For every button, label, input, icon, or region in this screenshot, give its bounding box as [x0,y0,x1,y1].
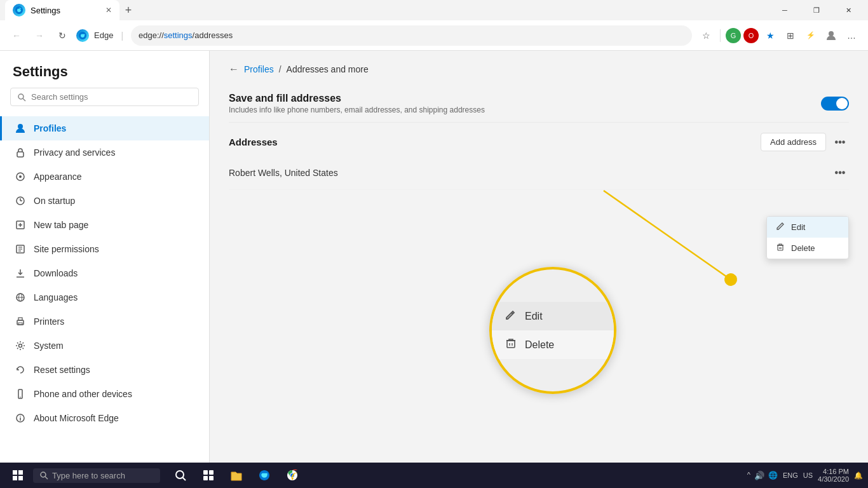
edge-logo [76,29,89,42]
sidebar-item-onstartup[interactable]: On startup [0,189,209,213]
appearance-icon [15,171,26,182]
svg-line-2 [23,98,25,101]
phone-icon [15,388,26,400]
sidebar-item-system[interactable]: System [0,334,209,358]
sidebar-item-privacy[interactable]: Privacy and services [0,140,209,165]
close-button[interactable]: ✕ [834,0,863,20]
profile-button[interactable] [822,27,840,44]
breadcrumb-back-button[interactable]: ← [229,64,239,75]
forward-button[interactable]: → [31,27,48,44]
taskbar-chevron-icon[interactable]: ^ [747,471,750,480]
taskbar-date-display: 4/30/2020 [818,475,849,483]
languages-icon [15,292,26,303]
taskbar-chrome-app[interactable] [280,463,305,488]
new-tab-button[interactable]: + [119,1,137,19]
address-more-button[interactable]: ••• [831,164,849,182]
maximize-button[interactable]: ❒ [802,0,831,20]
address-text: Robert Wells, United States [229,168,338,178]
svg-rect-49 [209,470,214,475]
sidebar-item-newtab-label: New tab page [34,220,88,230]
tab-favicon [13,4,25,17]
extension-g[interactable]: G [726,28,741,43]
context-menu-edit[interactable]: Edit [767,217,848,238]
add-address-button[interactable]: Add address [761,133,826,151]
taskbar: Type here to search ^ 🔊 🌐 ENG US 4:16 PM… [0,463,868,488]
title-bar: Settings ✕ + ─ ❒ ✕ [0,0,868,20]
svg-rect-4 [17,152,24,157]
settings-tab[interactable]: Settings ✕ [5,0,119,20]
taskbar-sys-icons: ^ 🔊 🌐 [747,471,778,480]
extension-o[interactable]: O [743,28,759,43]
sidebar-item-siteperm[interactable]: Site permissions [0,237,209,261]
sidebar-item-reset[interactable]: Reset settings [0,358,209,382]
siteperm-icon [15,243,26,255]
privacy-icon [15,147,26,158]
context-menu-delete[interactable]: Delete [767,238,848,259]
sidebar-item-appearance[interactable]: Appearance [0,165,209,189]
svg-line-39 [604,191,731,280]
taskbar-search[interactable]: Type here to search [33,468,160,483]
sidebar-item-about-label: About Microsoft Edge [34,413,119,423]
svg-line-47 [182,477,186,480]
taskbar-notification-icon[interactable]: 🔔 [854,471,863,480]
system-icon [15,340,26,351]
taskbar-widgets-app[interactable] [196,463,221,488]
svg-rect-43 [18,476,23,480]
sidebar-item-phone-label: Phone and other devices [34,389,132,399]
favorites-button[interactable]: ☆ [697,27,715,44]
svg-point-6 [19,175,22,178]
svg-rect-40 [13,470,17,475]
refresh-button[interactable]: ↻ [53,27,71,44]
downloads-icon [15,268,26,279]
settings-more-button[interactable]: … [843,27,860,44]
sidebar-item-about[interactable]: About Microsoft Edge [0,406,209,430]
search-input[interactable] [31,92,192,102]
breadcrumb-profiles-link[interactable]: Profiles [244,64,274,74]
addresses-section-header: Addresses Add address ••• [229,123,849,156]
taskbar-search-app[interactable] [168,463,193,488]
address-header-actions: Add address ••• [761,133,849,151]
start-button[interactable] [5,463,31,488]
sidebar-item-phone[interactable]: Phone and other devices [0,382,209,406]
search-icon [17,93,26,102]
sidebar-item-languages[interactable]: Languages [0,285,209,309]
breadcrumb-separator: / [279,64,281,74]
sidebar-title: Settings [0,51,209,88]
minimize-button[interactable]: ─ [770,0,799,20]
svg-rect-35 [507,341,515,348]
taskbar-right: ^ 🔊 🌐 ENG US 4:16 PM 4/30/2020 🔔 [747,468,863,483]
sidebar-item-downloads-label: Downloads [34,268,78,278]
sidebar-item-downloads[interactable]: Downloads [0,261,209,285]
svg-rect-48 [203,470,208,475]
extension-grid[interactable]: ⊞ [782,27,799,44]
context-menu-edit-label: Edit [791,222,805,232]
sidebar: Settings Profiles Privacy and services [0,51,210,463]
save-fill-toggle[interactable] [821,97,849,111]
sidebar-item-newtab[interactable]: New tab page [0,213,209,237]
extension-star[interactable]: ★ [761,27,779,44]
breadcrumb-current-page: Addresses and more [287,64,369,74]
url-bar[interactable]: edge:// settings /addresses [131,25,692,46]
tab-close-button[interactable]: ✕ [105,6,112,15]
svg-point-0 [829,31,834,36]
extension-profile[interactable]: ⚡ [802,27,820,44]
back-button[interactable]: ← [8,27,25,44]
zoom-delete-item[interactable]: Delete [492,330,614,359]
taskbar-network-icon[interactable]: 🌐 [768,471,778,480]
zoom-circle-overlay: Edit Delete [489,267,616,394]
search-box[interactable] [10,88,199,106]
content-area: ← Profiles / Addresses and more Save and… [210,51,868,463]
taskbar-volume-icon[interactable]: 🔊 [754,471,764,480]
taskbar-explorer-app[interactable] [224,463,249,488]
addresses-more-button[interactable]: ••• [831,133,849,151]
svg-rect-50 [203,476,208,480]
taskbar-edge-app[interactable] [252,463,277,488]
taskbar-datetime[interactable]: 4:16 PM 4/30/2020 [818,468,849,483]
sidebar-item-printers[interactable]: Printers [0,309,209,334]
sidebar-item-appearance-label: Appearance [34,172,82,182]
reset-icon [15,364,26,376]
toolbar-divider-1 [720,29,721,42]
svg-point-44 [41,472,46,477]
zoom-edit-item[interactable]: Edit [492,302,614,330]
sidebar-item-profiles[interactable]: Profiles [0,116,209,140]
